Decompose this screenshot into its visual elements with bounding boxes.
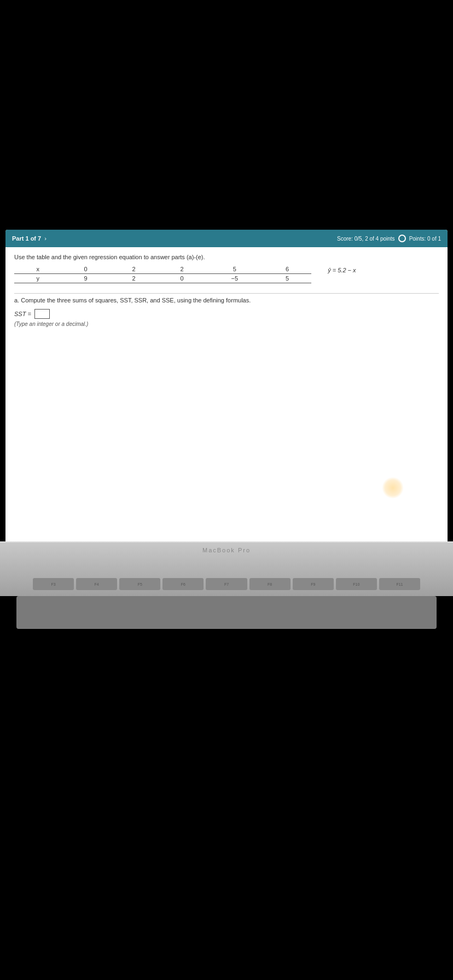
part-a-question: a. Compute the three sums of squares, SS…	[14, 297, 439, 304]
sst-input[interactable]	[34, 309, 50, 319]
fn-key-f9: F9	[293, 578, 334, 590]
row-y-2: 2	[109, 274, 158, 283]
type-hint: (Type an integer or a decimal.)	[14, 321, 439, 327]
fn-key-f10: F10	[336, 578, 377, 590]
row-y-5: 5	[263, 274, 311, 283]
top-bar-left: Part 1 of 7 ›	[12, 235, 47, 242]
keyboard-area	[16, 596, 437, 629]
header-2a: 2	[109, 265, 158, 274]
header-5: 5	[206, 265, 264, 274]
sst-label: SST =	[14, 311, 31, 317]
macbook-label: MacBook Pro	[202, 547, 251, 553]
chevron-right-icon: ›	[44, 235, 47, 242]
top-bar-right: Score: 0/5, 2 of 4 points Points: 0 of 1	[337, 235, 441, 242]
table-equation-row: x 0 2 2 5 6 y 9 2 0 −5 5 ŷ = 5.2 − x	[14, 265, 439, 288]
table-header-row: x 0 2 2 5 6	[14, 265, 311, 274]
fn-key-f3: F3	[33, 578, 74, 590]
row-y-9: 9	[61, 274, 109, 283]
row-y-label: y	[14, 274, 61, 283]
top-bar: Part 1 of 7 › Score: 0/5, 2 of 4 points …	[5, 230, 448, 247]
fn-key-f6: F6	[162, 578, 204, 590]
fn-key-f7: F7	[206, 578, 247, 590]
content-area: Use the table and the given regression e…	[5, 247, 448, 544]
data-table: x 0 2 2 5 6 y 9 2 0 −5 5	[14, 265, 311, 283]
regression-equation: ŷ = 5.2 − x	[328, 267, 356, 273]
table-data-row: y 9 2 0 −5 5	[14, 274, 311, 283]
sst-row: SST =	[14, 309, 439, 319]
fn-key-f11: F11	[379, 578, 420, 590]
divider	[14, 293, 439, 294]
fn-key-f5: F5	[119, 578, 160, 590]
row-y-0: 0	[158, 274, 206, 283]
header-x: x	[14, 265, 61, 274]
score-circle-icon	[398, 235, 406, 242]
points-text: Points: 0 of 1	[409, 236, 441, 242]
fn-key-row: F3 F4 F5 F6 F7 F8 F9 F10 F11	[33, 577, 420, 591]
header-6: 6	[263, 265, 311, 274]
part-indicator: Part 1 of 7	[12, 235, 41, 242]
score-text: Score: 0/5, 2 of 4 points	[337, 236, 395, 242]
header-2b: 2	[158, 265, 206, 274]
question-intro: Use the table and the given regression e…	[14, 254, 439, 260]
bottom-black-area	[0, 634, 453, 980]
fn-key-f4: F4	[76, 578, 117, 590]
screen-area: Part 1 of 7 › Score: 0/5, 2 of 4 points …	[5, 230, 448, 564]
header-0: 0	[61, 265, 109, 274]
row-y-neg5: −5	[206, 274, 264, 283]
fn-key-f8: F8	[249, 578, 291, 590]
